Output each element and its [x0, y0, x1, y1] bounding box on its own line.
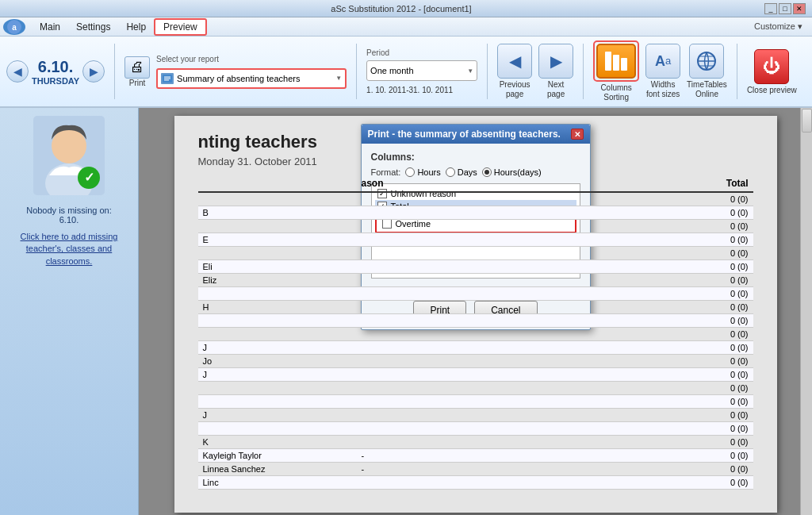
row-reason	[357, 341, 556, 355]
customize-button[interactable]: Customize ▾	[754, 21, 802, 32]
table-row: B 0 (0)	[198, 206, 753, 220]
app-logo: a	[3, 19, 25, 35]
scrollbar-thumb[interactable]	[802, 109, 812, 133]
row-total: 0 (0)	[555, 368, 753, 382]
row-name: J	[198, 409, 357, 422]
row-total: 0 (0)	[555, 287, 753, 301]
row-name: Eliz	[198, 274, 357, 287]
row-reason	[357, 395, 556, 409]
svg-text:a: a	[12, 23, 17, 32]
row-name	[198, 192, 357, 206]
avatar-container: ✓	[33, 116, 105, 195]
timetables-online-button[interactable]: TimeTables Online	[687, 44, 727, 99]
row-name	[198, 395, 357, 409]
row-total: 0 (0)	[555, 395, 753, 409]
row-name	[198, 382, 357, 395]
main-content: ✓ Nobody is missing on: 6.10. Click here…	[0, 108, 812, 515]
menu-settings[interactable]: Settings	[68, 20, 118, 34]
timetables-online-icon	[689, 44, 724, 79]
divider-1	[114, 44, 115, 99]
avatar-svg: ✓	[33, 116, 105, 195]
doc-date: Monday 31. October 2011	[198, 156, 753, 167]
row-total: 0 (0)	[555, 409, 753, 422]
period-section: Period One month ▼ 1. 10. 2011-31. 10. 2…	[366, 48, 477, 94]
col-header-name	[198, 175, 357, 192]
divider-4	[583, 44, 584, 99]
table-row: 0 (0)	[198, 314, 753, 328]
row-reason	[357, 233, 556, 247]
row-name: E	[198, 233, 357, 247]
row-total: 0 (0)	[555, 233, 753, 247]
table-row: 0 (0)	[198, 382, 753, 395]
next-date-button[interactable]: ▶	[82, 60, 105, 83]
row-name	[198, 287, 357, 301]
row-total: 0 (0)	[555, 463, 753, 476]
row-reason	[357, 422, 556, 436]
document-content: nting teachers Monday 31. October 2011 a…	[198, 132, 753, 490]
table-row: Linnea Sanchez - 0 (0)	[198, 463, 753, 476]
period-label: Period	[366, 48, 477, 57]
columns-sorting-button[interactable]: Columns Sorting	[593, 40, 639, 102]
row-name	[198, 328, 357, 341]
prev-page-label: Previous page	[500, 80, 530, 99]
period-select[interactable]: One month ▼	[366, 60, 477, 81]
row-reason: -	[357, 463, 556, 476]
add-missing-link[interactable]: Click here to add missing teacher's, cla…	[8, 231, 130, 267]
toolbar: ◀ 6.10. THURSDAY ▶ 🖨 Print Select your r…	[0, 37, 812, 108]
row-name: J	[198, 368, 357, 382]
table-row: Jo 0 (0)	[198, 355, 753, 368]
close-preview-button[interactable]: ⏻ Close preview	[747, 49, 797, 94]
divider-2	[356, 44, 357, 99]
row-name: J	[198, 341, 357, 355]
print-button[interactable]: 🖨 Print	[124, 56, 150, 87]
row-reason	[357, 287, 556, 301]
widths-font-button[interactable]: A a Widths font sizes	[645, 44, 680, 99]
row-name	[198, 247, 357, 260]
row-total: 0 (0)	[555, 192, 753, 206]
prev-page-button[interactable]: ◀	[497, 44, 532, 79]
menu-preview[interactable]: Preview	[154, 18, 207, 36]
col-header-total: Total	[555, 175, 753, 192]
print-icon: 🖨	[124, 56, 150, 79]
svg-point-17	[52, 129, 86, 163]
row-reason: -	[357, 449, 556, 463]
minimize-button[interactable]: _	[764, 3, 777, 14]
svg-text:A: A	[655, 53, 665, 69]
table-row: J 0 (0)	[198, 341, 753, 355]
report-select[interactable]: Summary of absenting teachers ▼	[156, 68, 347, 89]
table-row: 0 (0)	[198, 247, 753, 260]
row-total: 0 (0)	[555, 422, 753, 436]
window-controls[interactable]: _ □ ✕	[764, 3, 806, 14]
sidebar: ✓ Nobody is missing on: 6.10. Click here…	[0, 108, 139, 515]
svg-text:a: a	[665, 55, 672, 67]
row-reason	[357, 436, 556, 449]
close-button[interactable]: ✕	[793, 3, 806, 14]
menu-main[interactable]: Main	[32, 20, 68, 34]
table-row: E 0 (0)	[198, 233, 753, 247]
row-total: 0 (0)	[555, 355, 753, 368]
row-name: H	[198, 301, 357, 314]
document-page: Print - the summary of absenting teacher…	[174, 116, 777, 513]
print-label: Print	[129, 79, 146, 87]
next-page-button[interactable]: ▶	[538, 44, 573, 79]
row-reason	[357, 206, 556, 220]
close-preview-label: Close preview	[747, 86, 797, 94]
menu-help[interactable]: Help	[118, 20, 154, 34]
row-total: 0 (0)	[555, 341, 753, 355]
row-total: 0 (0)	[555, 382, 753, 395]
row-reason	[357, 301, 556, 314]
period-dropdown-arrow: ▼	[467, 67, 473, 75]
table-row: 0 (0)	[198, 192, 753, 206]
row-total: 0 (0)	[555, 260, 753, 274]
table-row: 0 (0)	[198, 287, 753, 301]
row-total: 0 (0)	[555, 301, 753, 314]
prev-date-button[interactable]: ◀	[6, 60, 29, 83]
maximize-button[interactable]: □	[779, 3, 791, 14]
scrollbar[interactable]	[800, 108, 812, 515]
row-total: 0 (0)	[555, 314, 753, 328]
row-reason	[357, 368, 556, 382]
doc-table: ason Total 0 (0) B 0 (0) 0 (0) E 0 (0)	[198, 175, 753, 490]
widths-font-icon: A a	[645, 44, 680, 79]
row-reason	[357, 355, 556, 368]
widths-font-label: Widths font sizes	[646, 80, 680, 99]
